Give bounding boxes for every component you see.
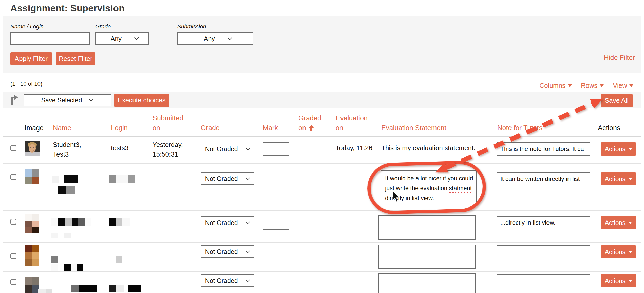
pagination-info: (1 - 10 of 10) — [10, 81, 42, 87]
header-divider — [3, 136, 641, 137]
mark-input[interactable] — [263, 142, 289, 156]
mark-input[interactable] — [263, 274, 289, 287]
caret-down-icon — [629, 222, 632, 224]
evaluation-statement-textarea[interactable] — [378, 215, 476, 240]
header-mark[interactable]: Mark — [263, 124, 278, 132]
sort-ascending-icon — [309, 125, 314, 132]
mark-input[interactable] — [263, 172, 289, 185]
caret-down-icon — [568, 84, 572, 87]
save-all-button[interactable]: Save All — [601, 94, 633, 107]
columns-dropdown[interactable]: Columns — [540, 82, 572, 90]
header-graded-on[interactable]: Graded — [298, 114, 321, 122]
actions-button[interactable]: Actions — [601, 172, 636, 185]
chevron-down-icon — [245, 177, 250, 180]
submitted-on-value: Yesterday,15:50:31 — [153, 140, 183, 159]
header-submitted-on[interactable]: on — [153, 124, 160, 132]
filter-panel: Name / Login Grade Submission -- Any -- … — [3, 16, 641, 73]
caret-down-icon — [629, 251, 632, 253]
header-evaluation-on[interactable]: Evaluation — [336, 114, 368, 122]
row-checkbox[interactable] — [10, 174, 16, 180]
row-divider — [3, 271, 641, 272]
annotation-circle — [367, 160, 486, 215]
actions-button[interactable]: Actions — [601, 216, 636, 229]
caret-down-icon — [629, 280, 632, 282]
apply-filter-button[interactable]: Apply Filter — [10, 52, 52, 65]
mouse-cursor-icon — [392, 191, 400, 203]
chevron-down-icon — [134, 37, 139, 40]
rows-dropdown[interactable]: Rows — [581, 82, 604, 90]
header-login[interactable]: Login — [111, 124, 128, 132]
header-graded-on[interactable]: on — [298, 124, 314, 132]
grade-select[interactable]: Not Graded — [201, 216, 254, 229]
caret-down-icon — [629, 178, 632, 180]
grade-filter-label: Grade — [95, 23, 111, 30]
bulk-actions-toolbar: Save Selected Execute choices Save All — [3, 92, 641, 108]
grade-select[interactable]: Not Graded — [201, 245, 254, 258]
evaluation-statement-textarea[interactable] — [378, 273, 476, 293]
header-grade[interactable]: Grade — [201, 124, 220, 132]
caret-down-icon — [600, 84, 604, 87]
reset-filter-button[interactable]: Reset Filter — [56, 52, 95, 65]
evaluation-on-value: Today, 11:26 — [336, 143, 372, 153]
note-for-tutors-input[interactable] — [497, 142, 590, 156]
anonymized-avatar — [25, 277, 39, 293]
mark-input[interactable] — [263, 216, 289, 230]
annotation-arrow — [444, 101, 594, 170]
row-divider — [3, 163, 641, 164]
chevron-down-icon — [245, 279, 250, 282]
header-image: Image — [25, 124, 44, 132]
header-evaluation-statement[interactable]: Evaluation Statement — [381, 124, 446, 132]
actions-button[interactable]: Actions — [601, 245, 636, 258]
anonymized-avatar — [25, 245, 39, 266]
student-photo — [25, 141, 40, 156]
actions-button[interactable]: Actions — [601, 142, 636, 156]
student-login: tests3 — [111, 143, 128, 153]
chevron-down-icon — [245, 221, 250, 224]
note-for-tutors-input[interactable] — [497, 172, 590, 185]
submission-filter-select[interactable]: -- Any -- — [177, 32, 253, 45]
evaluation-statement-text: This is my evaluation statement. — [381, 143, 475, 153]
page-title: Assignment: Supervision — [10, 3, 125, 14]
name-login-input[interactable] — [10, 32, 90, 45]
header-actions: Actions — [598, 124, 620, 132]
view-controls: Columns Rows View — [540, 82, 634, 90]
student-name: Student3,Test3 — [53, 140, 81, 159]
header-evaluation-on[interactable]: on — [336, 124, 343, 132]
bulk-action-select[interactable]: Save Selected — [24, 94, 111, 106]
caret-down-icon — [629, 148, 632, 150]
row-checkbox[interactable] — [10, 219, 16, 225]
chevron-down-icon — [245, 250, 250, 253]
evaluation-statement-textarea[interactable] — [378, 245, 476, 269]
row-checkbox[interactable] — [10, 145, 16, 151]
anonymized-avatar — [25, 214, 39, 233]
chevron-down-icon — [227, 37, 232, 40]
submission-filter-label: Submission — [177, 23, 206, 30]
row-checkbox[interactable] — [10, 253, 16, 259]
row-checkbox[interactable] — [10, 279, 16, 285]
note-for-tutors-input[interactable] — [497, 245, 590, 258]
header-submitted-on[interactable]: Submitted — [153, 114, 183, 122]
mark-input[interactable] — [263, 245, 289, 258]
view-dropdown[interactable]: View — [613, 82, 633, 90]
chevron-down-icon — [89, 99, 94, 102]
caret-down-icon — [629, 84, 633, 87]
hide-filter-link[interactable]: Hide Filter — [604, 54, 635, 62]
actions-button[interactable]: Actions — [601, 274, 636, 287]
row-divider — [3, 242, 641, 243]
grade-select[interactable]: Not Graded — [201, 143, 254, 155]
name-login-label: Name / Login — [10, 23, 44, 30]
chevron-down-icon — [245, 148, 250, 150]
grade-select[interactable]: Not Graded — [201, 172, 254, 185]
execute-choices-button[interactable]: Execute choices — [114, 94, 169, 107]
grade-select[interactable]: Not Graded — [201, 274, 254, 287]
assignment-supervision-page: Assignment: Supervision Name / Login Gra… — [0, 0, 644, 293]
bulk-action-arrow-icon — [10, 94, 18, 106]
note-for-tutors-input[interactable] — [497, 274, 590, 287]
row-divider — [3, 210, 641, 211]
note-for-tutors-input[interactable] — [497, 216, 590, 229]
header-name[interactable]: Name — [53, 124, 71, 132]
anonymized-avatar — [25, 169, 39, 184]
grade-filter-select[interactable]: -- Any -- — [95, 32, 149, 45]
